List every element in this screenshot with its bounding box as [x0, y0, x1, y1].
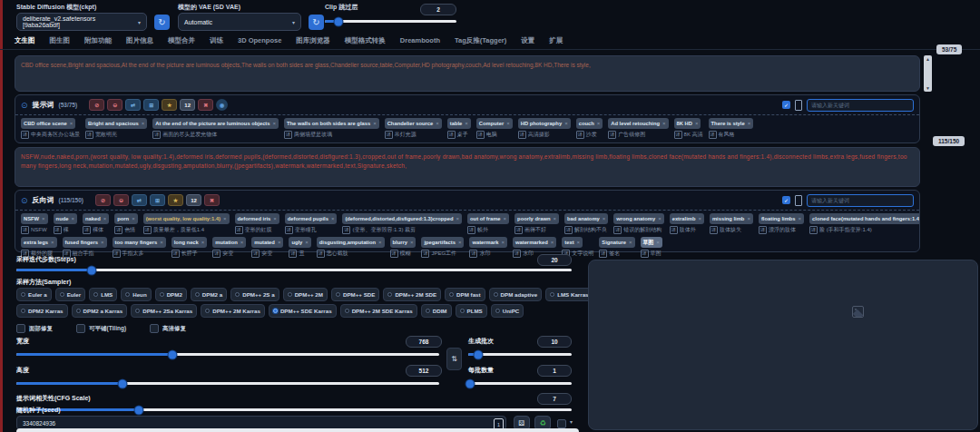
remove-chip-icon[interactable]: ×: [629, 240, 632, 245]
remove-chip-icon[interactable]: ×: [506, 121, 510, 126]
keyword-chip[interactable]: too many fingers × 译 手指太多: [113, 237, 166, 258]
remove-chip-icon[interactable]: ×: [504, 216, 507, 221]
keyword-chip[interactable]: mutation × 译 突变: [212, 237, 246, 258]
toolbar-icon-button[interactable]: ⊞: [143, 99, 159, 111]
keyword-chip[interactable]: blurry × 译 模糊: [390, 237, 416, 258]
sampler-option[interactable]: Euler a: [16, 288, 52, 301]
remove-chip-icon[interactable]: ×: [456, 216, 460, 221]
remove-chip-icon[interactable]: ×: [564, 121, 568, 126]
toolbar-icon-button[interactable]: ⊘: [95, 194, 111, 206]
remove-chip-icon[interactable]: ×: [51, 240, 54, 245]
tab[interactable]: 图库浏览器: [296, 36, 330, 45]
remove-chip-icon[interactable]: ×: [603, 216, 606, 221]
keyword-chip[interactable]: long neck × 译 长脖子: [172, 237, 208, 258]
batch-size-slider[interactable]: [468, 382, 572, 385]
sampler-option[interactable]: LMS: [89, 288, 117, 301]
cfg-slider[interactable]: [16, 408, 572, 411]
sampler-option[interactable]: DPM++ 2S a: [230, 288, 279, 301]
toolbar-icon-button[interactable]: ⊞: [150, 194, 165, 206]
sampler-option[interactable]: DDIM: [421, 304, 452, 318]
tab[interactable]: 设置: [521, 36, 534, 45]
refresh-vae-button[interactable]: ↻: [309, 15, 324, 30]
keyword-chip[interactable]: bad anatomy × 译 解剖结构不良: [564, 213, 608, 234]
keyword-chip[interactable]: deformed iris × 译 变形的虹膜: [235, 213, 279, 234]
remove-chip-icon[interactable]: ×: [695, 121, 699, 126]
keyword-chip[interactable]: cloned face(mutated hands and fingers:1.…: [809, 213, 919, 234]
remove-chip-icon[interactable]: ×: [465, 121, 468, 126]
sampler-option[interactable]: DPM++ SDE Karras: [269, 304, 337, 318]
remove-chip-icon[interactable]: ×: [71, 216, 74, 221]
model-select[interactable]: deliberate_v2.safetensors [9aba26abdf] ▾: [16, 13, 147, 31]
keyword-chip[interactable]: At the end of the picture are luminous o…: [152, 118, 279, 139]
toolbar-icon-button[interactable]: ★: [168, 194, 183, 206]
remove-chip-icon[interactable]: ×: [273, 216, 277, 221]
keyword-chip[interactable]: (worst quality, low quality:1.4) × 译 质量最…: [143, 213, 230, 234]
sampler-option[interactable]: DPM++ 2M: [283, 288, 328, 301]
remove-chip-icon[interactable]: ×: [240, 240, 244, 245]
sampler-option[interactable]: DPM++ SDE: [331, 288, 379, 301]
sampler-option[interactable]: DPM++ 2M SDE: [383, 288, 441, 301]
remove-chip-icon[interactable]: ×: [656, 240, 660, 245]
keyword-chip[interactable]: Signature × 译 签名: [599, 237, 634, 258]
remove-chip-icon[interactable]: ×: [42, 216, 45, 221]
keyword-chip[interactable]: out of frame × 译 帧外: [467, 213, 509, 234]
keyword-chip[interactable]: 草图 × 译 草图: [641, 237, 662, 258]
keyword-chip[interactable]: (deformed,distorted,disfigured:1.3)cropp…: [342, 213, 462, 234]
remove-chip-icon[interactable]: ×: [305, 240, 309, 245]
tab[interactable]: 扩展: [549, 36, 563, 45]
swap-dimensions-button[interactable]: ⇅: [446, 348, 462, 370]
sampler-option[interactable]: DPM2 Karras: [16, 304, 68, 318]
remove-chip-icon[interactable]: ×: [698, 216, 701, 221]
remove-chip-icon[interactable]: ×: [201, 240, 205, 245]
remove-chip-icon[interactable]: ×: [747, 216, 750, 221]
steps-slider[interactable]: [16, 269, 572, 271]
remove-chip-icon[interactable]: ×: [132, 216, 135, 221]
tab[interactable]: 3D Openpose: [238, 36, 281, 45]
tab[interactable]: 训练: [210, 36, 223, 45]
keyword-chip[interactable]: nude × 译 裸: [54, 213, 77, 234]
keyword-chip[interactable]: deformed pupils × 译 变形瞳孔: [285, 213, 338, 234]
tab[interactable]: 图生图: [50, 36, 71, 45]
remove-chip-icon[interactable]: ×: [278, 240, 281, 245]
sampler-option[interactable]: DPM++ 2M SDE Karras: [340, 304, 417, 318]
keyword-chip[interactable]: poorly drawn × 译 画得不好: [514, 213, 559, 234]
remove-chip-icon[interactable]: ×: [577, 240, 581, 245]
keyword-chip[interactable]: disgusting,amputation × 译 恶心截肢: [317, 237, 385, 258]
toolbar-icon-button[interactable]: 12: [180, 99, 195, 111]
seed-dropdown-icon[interactable]: ▾: [570, 418, 573, 425]
remove-chip-icon[interactable]: ×: [273, 121, 277, 126]
scroll-up-icon[interactable]: ▲: [926, 56, 930, 62]
keyword-chip[interactable]: HD photography × 译 高清摄影: [518, 118, 571, 139]
sampler-option[interactable]: Euler: [55, 288, 85, 301]
positive-prompt-textarea[interactable]: CBD office scene,Bright and spacious,At …: [15, 55, 920, 92]
toolbar-icon-button[interactable]: ✖: [198, 99, 213, 111]
toolbar-icon-button[interactable]: ⊘: [89, 99, 104, 111]
keyword-chip[interactable]: Chandelier source × 译 吊灯光源: [385, 118, 442, 139]
remove-chip-icon[interactable]: ×: [799, 216, 802, 221]
remove-chip-icon[interactable]: ×: [331, 216, 335, 221]
toolbar-icon-button[interactable]: ⊖: [113, 194, 129, 206]
sampler-option[interactable]: PLMS: [456, 304, 487, 318]
remove-chip-icon[interactable]: ×: [597, 121, 601, 126]
keyword-chip[interactable]: Computer × 译 电脑: [476, 118, 513, 139]
extra-seed-checkbox[interactable]: [557, 419, 566, 428]
sampler-option[interactable]: UniPC: [491, 304, 524, 318]
sampler-option[interactable]: DPM++ 2Sa Karras: [131, 304, 197, 318]
sampler-option[interactable]: Heun: [121, 288, 151, 301]
keyword-chip[interactable]: There is style × 译 有风格: [709, 118, 754, 139]
remove-chip-icon[interactable]: ×: [458, 240, 462, 245]
sampler-option[interactable]: DPM++ 2M Karras: [201, 304, 265, 318]
keyword-chip[interactable]: The walls on both sides are glass × 译 两侧…: [284, 118, 379, 139]
remove-chip-icon[interactable]: ×: [378, 240, 382, 245]
scroll-down-icon[interactable]: ▼: [926, 85, 930, 91]
sampler-option[interactable]: LMS Karras: [545, 288, 593, 301]
remove-chip-icon[interactable]: ×: [554, 216, 557, 221]
collapse-icon[interactable]: ⊙: [21, 196, 28, 205]
keyword-chip[interactable]: NSFW × 译 NSFW: [21, 213, 48, 234]
remove-chip-icon[interactable]: ×: [662, 121, 666, 126]
new-keyword-input[interactable]: [807, 194, 914, 207]
keyword-chip[interactable]: extralimb × 译 肢体外: [670, 213, 704, 234]
clip-skip-slider[interactable]: [325, 20, 456, 23]
option-checkbox[interactable]: 高清修复: [150, 324, 186, 333]
prompt-scrollbar[interactable]: ▲ ▼: [924, 55, 932, 92]
